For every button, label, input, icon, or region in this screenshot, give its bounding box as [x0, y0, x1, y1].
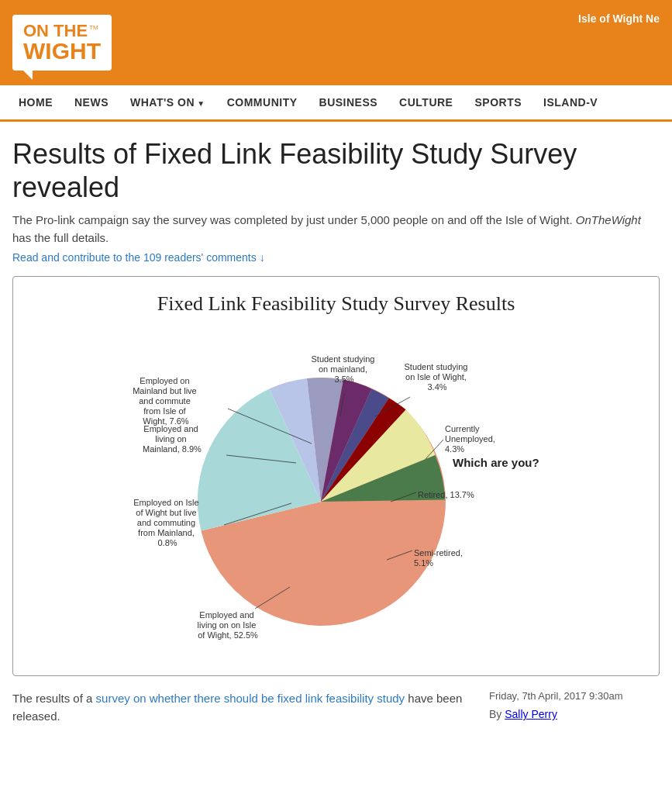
- nav-link-news[interactable]: NEWS: [64, 85, 119, 119]
- pie-chart-svg: Employed on Mainland but live and commut…: [119, 331, 553, 657]
- brand-name: OnTheWight: [576, 213, 641, 226]
- nav-item-news[interactable]: NEWS: [64, 85, 119, 119]
- label-mainland-employed: Employed and living on Mainland, 8.9%: [143, 424, 202, 454]
- site-header: ON THE TM WIGHT Isle of Wight Ne: [0, 0, 672, 85]
- chart-area: Employed on Mainland but live and commut…: [29, 331, 643, 660]
- chart-container: Fixed Link Feasibility Study Survey Resu…: [12, 276, 660, 676]
- nav-item-community[interactable]: COMMUNITY: [216, 85, 308, 119]
- article-body: The results of a survey on whether there…: [12, 690, 660, 725]
- nav-item-whats-on[interactable]: WHAT'S ON: [119, 85, 216, 119]
- nav-link-whats-on[interactable]: WHAT'S ON: [119, 85, 216, 119]
- label-commute-mainland: Employed on Isle of Wight but live and c…: [133, 498, 201, 547]
- nav-item-island-v[interactable]: ISLAND-V: [532, 85, 608, 119]
- main-nav: HOME NEWS WHAT'S ON COMMUNITY BUSINESS C…: [0, 85, 672, 122]
- label-retired: Retired, 13.7%: [418, 490, 474, 499]
- nav-link-sports[interactable]: SPORTS: [464, 85, 532, 119]
- site-logo[interactable]: ON THE TM WIGHT: [12, 15, 112, 71]
- logo-text: ON THE: [23, 22, 88, 40]
- article-author: By Sally Perry: [489, 708, 660, 720]
- label-iow-employed: Employed and living on on Isle of Wight,…: [197, 610, 258, 640]
- label-semi-retired: Semi-retired, 5.1%: [414, 548, 465, 568]
- header-tagline: Isle of Wight Ne: [578, 9, 660, 25]
- nav-item-culture[interactable]: CULTURE: [388, 85, 464, 119]
- label-unemployed: Currently Unemployed, 4.3%: [445, 424, 498, 454]
- article-title: Results of Fixed Link Feasibility Study …: [12, 137, 660, 204]
- logo-wight: WIGHT: [23, 40, 101, 63]
- main-content: Results of Fixed Link Feasibility Study …: [0, 122, 672, 740]
- nav-link-home[interactable]: HOME: [8, 85, 64, 119]
- article-date: Friday, 7th April, 2017 9:30am: [489, 690, 660, 702]
- survey-link[interactable]: survey on whether there should be fixed …: [96, 692, 405, 705]
- nav-link-business[interactable]: BUSINESS: [308, 85, 389, 119]
- which-are-you-label: Which are you?: [453, 456, 539, 469]
- author-link[interactable]: Sally Perry: [505, 708, 557, 720]
- chart-title: Fixed Link Feasibility Study Survey Resu…: [29, 292, 643, 316]
- nav-link-culture[interactable]: CULTURE: [388, 85, 464, 119]
- nav-link-community[interactable]: COMMUNITY: [216, 85, 308, 119]
- article-subtitle: The Pro-link campaign say the survey was…: [12, 212, 660, 247]
- logo-tm: TM: [88, 22, 98, 31]
- article-text: The results of a survey on whether there…: [12, 690, 474, 725]
- pie-chart: Employed on Mainland but live and commut…: [119, 331, 553, 660]
- nav-item-sports[interactable]: SPORTS: [464, 85, 532, 119]
- comments-link[interactable]: Read and contribute to the 109 readers' …: [12, 251, 660, 264]
- label-student-iow: Student studying on Isle of Wight, 3.4%: [404, 362, 470, 392]
- label-commute-iow: Employed on Mainland but live and commut…: [133, 376, 199, 426]
- nav-item-business[interactable]: BUSINESS: [308, 85, 389, 119]
- article-meta: Friday, 7th April, 2017 9:30am By Sally …: [489, 690, 660, 720]
- nav-link-island-v[interactable]: ISLAND-V: [532, 85, 608, 119]
- nav-item-home[interactable]: HOME: [8, 85, 64, 119]
